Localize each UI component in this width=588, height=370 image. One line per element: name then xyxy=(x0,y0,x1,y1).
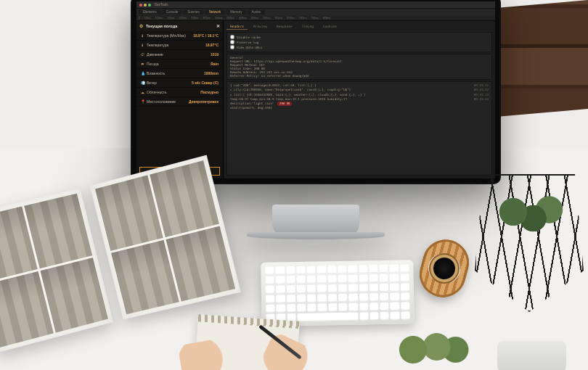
row-value: 1000mm xyxy=(204,71,219,75)
thermometer-icon: 🌡 xyxy=(141,43,147,47)
tab-elements[interactable]: Elements xyxy=(139,9,161,15)
timeline-ruler[interactable]: 0 50ms 100ms 150ms 200ms 250ms 300ms 350… xyxy=(136,15,495,21)
row-value: Днепропетровск xyxy=(189,99,219,104)
wind-icon: 💨 xyxy=(141,81,147,85)
code-text: description:"light rain" xyxy=(230,102,276,105)
window-titlebar[interactable]: DevTools xyxy=(136,1,495,9)
cactus-plant xyxy=(385,315,479,370)
headers-section: General Request URL: https://api.openwea… xyxy=(226,54,492,80)
row-value: 18.9°C / 19.1°C xyxy=(193,33,219,38)
headers-line: Referrer Policy: no-referrer-when-downgr… xyxy=(230,74,489,78)
row-label: Влажность xyxy=(147,71,204,75)
row-clouds: ☁ Облачность Пасмурно xyxy=(136,88,223,97)
settings-icon[interactable]: ⚙ xyxy=(139,24,143,28)
succulent-plant xyxy=(489,194,569,238)
cloud-icon: ☁ xyxy=(141,90,147,94)
tab-memory[interactable]: Memory xyxy=(226,9,246,15)
weather-panel-header: ⚙ Текущая погода ✕ xyxy=(136,21,223,31)
checkbox[interactable] xyxy=(230,40,234,44)
code-text: ▸ list:[ {dt:1556452800, main:{…}, weath… xyxy=(230,93,366,96)
close-window-icon[interactable] xyxy=(139,4,142,7)
traffic-lights[interactable] xyxy=(139,4,151,7)
ruler-mark: 100ms xyxy=(155,17,163,20)
devtools-tabstrip[interactable]: Elements Console Sources Network Memory … xyxy=(136,9,495,15)
tab-preview[interactable]: Preview xyxy=(250,24,271,30)
row-label: Ветер xyxy=(147,81,192,85)
response-console[interactable]: 09:41:12 { cod:"200", message:0.0032, cn… xyxy=(226,81,492,176)
row-value: Rain xyxy=(211,62,219,66)
panel-title: Текущая погода xyxy=(146,24,177,28)
row-label: Местоположение xyxy=(147,99,189,104)
ruler-mark: 450ms xyxy=(239,17,247,20)
ruler-mark: 300ms xyxy=(203,17,211,20)
tab-response[interactable]: Response xyxy=(273,24,296,30)
ruler-mark: 600ms xyxy=(275,17,283,20)
pin-icon: 📍 xyxy=(141,99,147,104)
row-label: Температура xyxy=(147,43,205,47)
ruler-mark: 650ms xyxy=(287,17,295,20)
tab-headers[interactable]: Headers xyxy=(226,24,248,30)
weather-panel: ⚙ Текущая погода ✕ 🌡 Температура (Min/Ma… xyxy=(136,21,224,178)
ruler-mark: 150ms xyxy=(167,17,175,20)
ruler-mark: 400ms xyxy=(227,17,235,20)
tab-audits[interactable]: Audits xyxy=(248,9,266,15)
code-text: { cod:"200", message:0.0032, cnt:40, lis… xyxy=(230,83,317,87)
row-temp-minmax: 🌡 Температура (Min/Max) 18.9°C / 19.1°C xyxy=(136,31,223,41)
weather-rows: 🌡 Температура (Min/Max) 18.9°C / 19.1°C … xyxy=(136,31,223,164)
row-wind: 💨 Ветер 5 м/с Север (С) xyxy=(136,78,223,88)
row-temp: 🌡 Температура 18.97°C xyxy=(136,41,223,50)
monitor: DevTools Elements Console Sources Networ… xyxy=(131,0,501,184)
window-title: DevTools xyxy=(155,3,168,7)
row-humidity: 💧 Влажность 1000mm xyxy=(136,69,223,78)
code-text: temp:18.97 temp_min:18.9 temp_max:19.1 p… xyxy=(230,97,347,101)
gauge-icon: ⏱ xyxy=(141,52,147,57)
row-location: 📍 Местоположение Днепропетровск xyxy=(136,97,223,107)
option-label: Hide data URLs xyxy=(237,46,262,49)
row-weather: 🌧 Погода Rain xyxy=(136,59,223,69)
option-hide-urls[interactable]: Hide data URLs xyxy=(230,45,489,49)
ruler-mark: 500ms xyxy=(251,17,259,20)
tab-timing[interactable]: Timing xyxy=(298,24,317,30)
tab-console[interactable]: Console xyxy=(162,9,183,15)
row-label: Погода xyxy=(147,62,211,66)
ruler-mark: 200ms xyxy=(179,17,187,20)
request-tabs[interactable]: Headers Preview Response Timing Cookies xyxy=(226,24,492,30)
ruler-mark: 800ms xyxy=(323,17,331,20)
row-label: Давление xyxy=(147,52,211,57)
close-icon[interactable]: ✕ xyxy=(216,24,220,28)
timestamp: 09:41:13 xyxy=(474,97,489,102)
devtools-body: Headers Preview Response Timing Cookies … xyxy=(224,21,495,178)
droplet-icon: 💧 xyxy=(141,71,147,75)
ruler-mark: 250ms xyxy=(191,17,199,20)
row-value: Пасмурно xyxy=(200,90,219,94)
option-preserve-log[interactable]: Preserve log xyxy=(230,40,489,44)
geometric-planter xyxy=(475,174,584,312)
row-label: Облачность xyxy=(147,90,200,94)
ceramic-pot xyxy=(497,341,566,370)
row-value: 18.97°C xyxy=(205,43,219,47)
option-label: Disable cache xyxy=(237,36,261,39)
toolbar-options: Disable cache Preserve log Hide data URL… xyxy=(226,32,492,52)
workspace-scene: DevTools Elements Console Sources Networ… xyxy=(0,0,588,370)
ruler-mark: 750ms xyxy=(311,17,319,20)
screen: DevTools Elements Console Sources Networ… xyxy=(136,1,495,178)
code-line: wind:{speed:5, deg:350} xyxy=(230,106,489,110)
ruler-mark: 0 xyxy=(139,17,140,20)
maximize-window-icon[interactable] xyxy=(148,4,151,7)
row-value: 5 м/с Север (С) xyxy=(192,81,219,85)
tab-cookies[interactable]: Cookies xyxy=(319,24,340,30)
rain-icon: 🌧 xyxy=(141,62,147,66)
ruler-mark: 350ms xyxy=(215,17,223,20)
option-label: Preserve log xyxy=(237,41,258,44)
tab-sources[interactable]: Sources xyxy=(183,9,204,15)
code-text: ▸ city:{id:709930, name:"Dnipropetrovsk"… xyxy=(230,88,351,91)
option-disable-cache[interactable]: Disable cache xyxy=(230,35,489,39)
checkbox[interactable] xyxy=(230,35,234,39)
minimize-window-icon[interactable] xyxy=(144,4,147,7)
tab-network[interactable]: Network xyxy=(205,9,226,15)
status-badge: 200 OK xyxy=(277,102,292,106)
thermometer-icon: 🌡 xyxy=(141,33,147,38)
checkbox[interactable] xyxy=(230,45,234,49)
row-value: 1019 xyxy=(211,52,219,57)
ruler-mark: 700ms xyxy=(299,17,307,20)
